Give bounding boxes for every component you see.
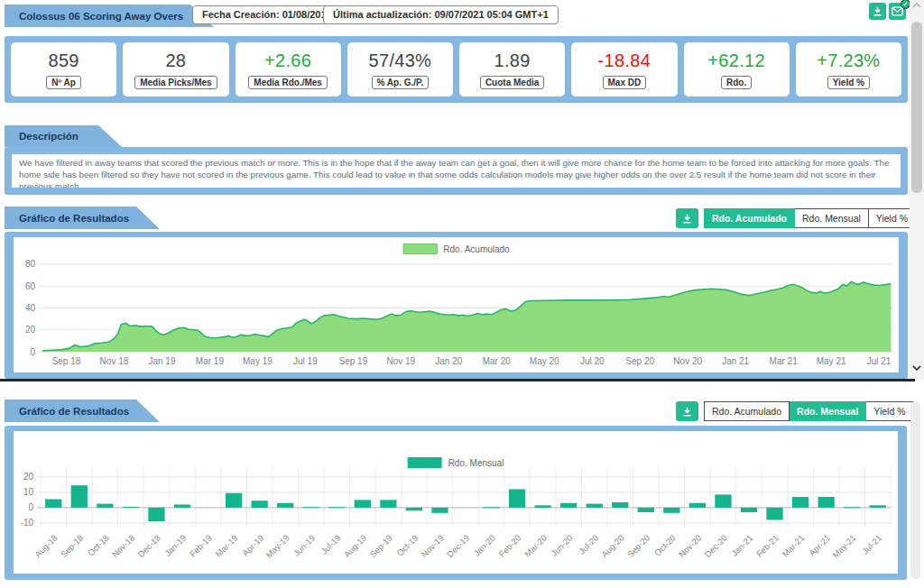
svg-text:10: 10 (23, 487, 34, 497)
stat-card--ap-g-p-: 57/43%% Ap. G./P. (347, 42, 453, 96)
svg-text:Jan-19: Jan-19 (162, 533, 188, 558)
svg-text:Sep-18: Sep-18 (59, 533, 85, 559)
stat-value: 28 (165, 51, 186, 71)
stat-value: -18.84 (598, 51, 651, 71)
download-icon (681, 406, 693, 418)
svg-text:Nov-19: Nov-19 (419, 533, 445, 559)
svg-text:Oct-20: Oct-20 (652, 533, 678, 558)
cumulative-results-chart[interactable]: 020406080Sep 18Nov 18Jan 19Mar 19May 19J… (14, 237, 899, 372)
stats-panel: 859Nº Ap28Media Picks/Mes+2.66Media Rdo.… (5, 36, 908, 103)
stat-label: Nº Ap (46, 76, 81, 89)
svg-text:Mar-21: Mar-21 (780, 533, 806, 559)
stat-value: 1.89 (494, 51, 531, 71)
results-chart-tab2-label: Gráfico de Resultados (19, 406, 129, 417)
toggle-rdo-mensual[interactable]: Rdo. Mensual (795, 208, 869, 228)
cumulative-chart-area: Rdo. Acumulado 020406080Sep 18Nov 18Jan … (14, 237, 899, 372)
stat-value: +7.23% (817, 51, 880, 71)
widget-title-tab: Colossus 06 Scoring Away Overs (5, 5, 214, 27)
svg-text:Apr-21: Apr-21 (807, 533, 832, 558)
description-tab-label: Descripción (19, 131, 79, 142)
stat-card-max-dd: -18.84Max DD (571, 42, 677, 96)
legend-swatch (408, 457, 442, 468)
stat-label: Rdo. (721, 76, 752, 89)
chart1-view-toggle-group: Rdo. AcumuladoRdo. MensualYield % (704, 208, 916, 228)
stat-card-cuota-media: 1.89Cuota Media (459, 42, 565, 96)
stat-value: 859 (48, 51, 79, 71)
svg-text:60: 60 (25, 281, 36, 291)
svg-text:Sep 19: Sep 19 (339, 356, 368, 366)
chart2-legend: Rdo. Mensual (408, 457, 504, 468)
svg-text:Jul-21: Jul-21 (860, 533, 883, 556)
svg-text:May-21: May-21 (830, 533, 857, 560)
svg-text:Feb-20: Feb-20 (496, 533, 522, 559)
stat-card-media-picks-mes: 28Media Picks/Mes (123, 42, 228, 96)
svg-text:Jun-20: Jun-20 (549, 533, 574, 558)
toggle-yield-[interactable]: Yield % (866, 401, 913, 421)
svg-text:Nov 20: Nov 20 (673, 356, 702, 366)
svg-text:Nov-20: Nov-20 (677, 533, 703, 559)
stat-label: Media Picks/Mes (134, 76, 217, 89)
svg-text:-10: -10 (21, 518, 34, 528)
svg-text:Dec-19: Dec-19 (445, 533, 471, 559)
stat-label: Media Rdo./Mes (248, 76, 328, 89)
chart2-download-button[interactable] (676, 401, 698, 421)
frame1-scrollbar[interactable] (910, 0, 924, 380)
svg-text:Jun-19: Jun-19 (291, 533, 317, 558)
legend-swatch (402, 243, 437, 254)
svg-text:Apr-19: Apr-19 (240, 533, 265, 558)
stat-value: 57/43% (369, 51, 432, 71)
stat-card-n-ap: 859Nº Ap (11, 42, 116, 96)
svg-text:Jul-19: Jul-19 (319, 533, 343, 556)
svg-text:Mar-20: Mar-20 (522, 533, 549, 559)
scrollbar-thumb[interactable] (911, 22, 922, 193)
svg-text:0: 0 (30, 347, 35, 357)
svg-text:Aug-18: Aug-18 (32, 533, 59, 559)
stat-value: +62.12 (707, 51, 765, 71)
description-text: We have filtered in away teams that scor… (12, 154, 901, 188)
svg-text:Jul 21: Jul 21 (867, 356, 892, 366)
subscription-button[interactable]: ✓ (889, 3, 906, 20)
svg-text:May-19: May-19 (263, 533, 291, 560)
monthly-chart-panel: Rdo. Mensual 20100-10Aug-18Sep-18Oct-18N… (5, 426, 907, 580)
description-panel: We have filtered in away teams that scor… (5, 147, 908, 195)
scroll-up-icon[interactable] (910, 1, 924, 10)
svg-text:Oct-18: Oct-18 (86, 533, 111, 558)
toggle-rdo-acumulado[interactable]: Rdo. Acumulado (704, 208, 795, 228)
stat-label: Cuota Media (480, 76, 544, 89)
svg-text:Jul 20: Jul 20 (580, 356, 605, 366)
scroll-down-icon[interactable] (910, 363, 924, 374)
dashboard-page: Colossus 06 Scoring Away Overs Fecha Cre… (0, 0, 924, 588)
chart1-legend: Rdo. Acumulado (402, 243, 509, 254)
chart2-view-toggle-group: Rdo. AcumuladoRdo. MensualYield % (704, 401, 914, 421)
download-icon (872, 5, 883, 17)
svg-text:Sep 18: Sep 18 (52, 356, 81, 366)
creation-date-box: Fecha Creación: 01/08/2018 (192, 5, 342, 24)
description-tab: Descripción (5, 125, 122, 147)
svg-text:Jan-20: Jan-20 (472, 533, 497, 558)
download-report-button[interactable] (869, 3, 886, 20)
svg-text:May 21: May 21 (817, 356, 846, 366)
toggle-rdo-acumulado[interactable]: Rdo. Acumulado (704, 401, 790, 421)
chart1-download-button[interactable] (676, 208, 698, 228)
legend-label: Rdo. Mensual (448, 458, 504, 468)
svg-text:Jan 20: Jan 20 (435, 356, 462, 366)
widget-title: Colossus 06 Scoring Away Overs (19, 11, 183, 22)
toggle-rdo-mensual[interactable]: Rdo. Mensual (790, 401, 866, 421)
svg-text:40: 40 (25, 303, 36, 313)
legend-label: Rdo. Acumulado (443, 244, 509, 254)
results-chart-tab: Gráfico de Resultados (5, 207, 160, 229)
stat-card-media-rdo-mes: +2.66Media Rdo./Mes (236, 42, 341, 96)
stat-label: Max DD (603, 76, 647, 89)
svg-text:Jul 19: Jul 19 (293, 356, 318, 366)
frame2-scrollbar-track[interactable] (910, 401, 920, 579)
results-chart-tab-label: Gráfico de Resultados (19, 213, 129, 224)
monthly-chart-area: Rdo. Mensual 20100-10Aug-18Sep-18Oct-18N… (14, 431, 898, 574)
svg-text:Jan-21: Jan-21 (729, 533, 754, 558)
svg-text:Mar 21: Mar 21 (770, 356, 799, 366)
stat-label: Yield % (827, 76, 870, 89)
svg-text:Aug-20: Aug-20 (599, 533, 625, 559)
monthly-results-chart[interactable]: 20100-10Aug-18Sep-18Oct-18Nov-18Dec-18Ja… (14, 431, 898, 574)
svg-text:Mar 20: Mar 20 (483, 356, 512, 366)
stat-label: % Ap. G./P. (372, 76, 430, 89)
svg-text:80: 80 (25, 259, 36, 269)
